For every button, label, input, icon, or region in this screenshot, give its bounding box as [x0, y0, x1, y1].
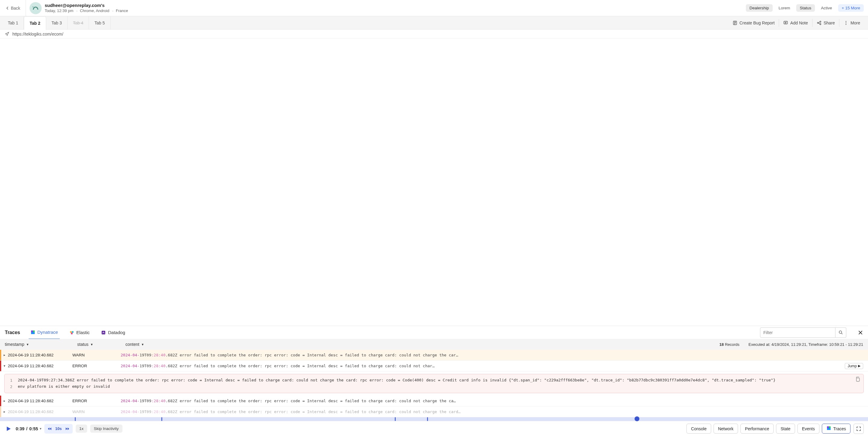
panel-button-events[interactable]: Events [798, 424, 819, 434]
speed-button[interactable]: 1x [76, 425, 87, 433]
create-bug-report-button[interactable]: Create Bug Report [728, 21, 779, 25]
session-country: France [112, 8, 128, 13]
rewind-icon [48, 427, 52, 431]
expand-toggle[interactable]: ▸ [2, 353, 7, 357]
executed-at: Executed at: 4/19/2024, 11:29:21, Timefr… [740, 342, 863, 347]
session-tab[interactable]: Tab 2 [24, 16, 46, 30]
add-note-button[interactable]: Add Note [779, 21, 812, 25]
severity-bar [0, 361, 1, 371]
svg-point-10 [71, 333, 73, 334]
close-traces-button[interactable] [858, 330, 863, 335]
col-content[interactable]: content ▼ [125, 342, 719, 347]
svg-rect-13 [857, 378, 860, 381]
expand-toggle[interactable]: ▸ [2, 399, 7, 403]
share-button[interactable]: Share [812, 21, 839, 25]
source-logo-icon [101, 330, 106, 335]
timeline-scrubber[interactable] [0, 417, 868, 421]
session-viewport[interactable] [0, 39, 868, 325]
timeline-mark[interactable] [427, 417, 428, 421]
time-sep: / [26, 426, 27, 431]
sort-desc-icon: ▼ [90, 343, 93, 346]
session-browser: Chrome, Android [76, 8, 109, 13]
trace-row-expanded: 12024-04-19T09:27:34.386Z error failed t… [4, 374, 864, 393]
skip-amount: 10s [54, 426, 63, 431]
timeline-mark[interactable] [395, 417, 396, 421]
trace-source-tab[interactable]: Datadog [99, 326, 127, 339]
cell-timestamp: 2024-04-19 11:28:40.682 [7, 364, 72, 368]
url-bar: https://teklogiks.com/ecom/ [0, 30, 868, 39]
trace-row[interactable]: ▸2024-04-19 11:28:40.682ERROR2024-04-19T… [0, 396, 868, 406]
trace-row[interactable]: ▸2024-04-19 11:28:40.682WARN2024-04-19T0… [0, 406, 868, 417]
tag-chip[interactable]: + 15 More [838, 4, 864, 12]
time-current: 0:39 [16, 426, 25, 431]
tag-chips: DealershipLoremStatusActive+ 15 More [746, 4, 864, 12]
line-text: 2024-04-19T09:27:34.386Z error failed to… [18, 377, 860, 383]
more-menu-button[interactable]: More [839, 21, 864, 25]
tag-chip[interactable]: Active [817, 4, 836, 12]
session-time: Today, 12:39 pm [44, 8, 73, 13]
session-tab[interactable]: Tab 5 [89, 16, 111, 30]
play-button[interactable] [4, 425, 13, 433]
chevron-down-icon: ▾ [40, 427, 41, 430]
back-button[interactable]: Back [2, 4, 23, 12]
note-icon [783, 21, 788, 25]
skip-controls: 10s [44, 424, 73, 434]
line-text: env platform is either empty or invalid [18, 383, 860, 390]
svg-point-7 [846, 24, 846, 25]
cell-content: 2024-04-19T09:28:40.682Z error failed to… [121, 399, 863, 403]
col-timestamp[interactable]: timestamp ▼ [5, 342, 77, 347]
timeline-playhead[interactable] [634, 416, 640, 421]
fullscreen-button[interactable] [854, 424, 864, 434]
skip-inactivity-button[interactable]: Skip Inactivity [90, 425, 122, 433]
traces-rows: ▸2024-04-19 11:28:40.682WARN2024-04-19T0… [0, 350, 868, 417]
panel-button-state[interactable]: State [776, 424, 795, 434]
tag-chip[interactable]: Dealership [746, 4, 773, 12]
fast-forward-button[interactable] [64, 425, 71, 432]
cell-status: ERROR [72, 399, 121, 403]
expand-toggle[interactable]: ▾ [2, 364, 7, 368]
tag-chip[interactable]: Lorem [775, 4, 794, 12]
avatar [30, 2, 42, 14]
cell-status: WARN [72, 353, 121, 357]
timeline-mark[interactable] [75, 417, 76, 421]
source-logo-icon [30, 330, 35, 335]
svg-point-2 [817, 22, 818, 24]
svg-rect-11 [102, 331, 105, 334]
session-header: Back sudheer@openreplay.com's Today, 12:… [0, 0, 868, 16]
copy-icon[interactable] [855, 377, 861, 382]
filter-search-button[interactable] [835, 328, 846, 338]
traces-panel-header: Traces DynatraceElasticDatadog [0, 325, 868, 339]
panel-button-network[interactable]: Network [714, 424, 738, 434]
svg-rect-1 [784, 21, 787, 24]
playback-time[interactable]: 0:39 / 0:55 ▾ [16, 426, 41, 431]
svg-point-3 [820, 21, 821, 22]
rewind-button[interactable] [45, 425, 53, 432]
detail-line: 2env platform is either empty or invalid [8, 383, 860, 390]
panel-button-console[interactable]: Console [686, 424, 711, 434]
timeline-mark[interactable] [161, 417, 162, 421]
svg-point-5 [846, 21, 846, 22]
filter-input[interactable] [760, 328, 835, 338]
expand-toggle[interactable]: ▸ [2, 410, 7, 414]
tag-chip[interactable]: Status [796, 4, 815, 12]
fullscreen-icon [856, 426, 861, 431]
panel-button-traces[interactable]: Traces [822, 424, 850, 434]
cell-timestamp: 2024-04-19 11:28:40.682 [7, 353, 72, 357]
chevron-left-icon [5, 6, 10, 10]
trace-row[interactable]: ▾2024-04-19 11:28:40.682ERROR2024-04-19T… [0, 361, 868, 371]
trace-source-tab[interactable]: Dynatrace [29, 326, 60, 339]
trace-source-tab[interactable]: Elastic [67, 326, 91, 339]
col-status[interactable]: status ▼ [77, 342, 125, 347]
svg-point-8 [70, 331, 72, 333]
session-tab[interactable]: Tab 3 [46, 16, 67, 30]
trace-row[interactable]: ▸2024-04-19 11:28:40.682WARN2024-04-19T0… [0, 350, 868, 361]
line-number: 2 [8, 384, 12, 390]
jump-button[interactable]: Jump▶ [845, 363, 863, 369]
bug-report-icon [733, 21, 737, 25]
divider [26, 0, 26, 16]
panel-button-performance[interactable]: Performance [740, 424, 774, 434]
session-tabs-bar: Tab 1Tab 2Tab 3Tab 4Tab 5 Create Bug Rep… [0, 16, 868, 30]
session-tab[interactable]: Tab 1 [2, 16, 24, 30]
line-number: 1 [8, 377, 12, 384]
cell-content: 2024-04-19T09:28:40.682Z error failed to… [121, 353, 863, 357]
